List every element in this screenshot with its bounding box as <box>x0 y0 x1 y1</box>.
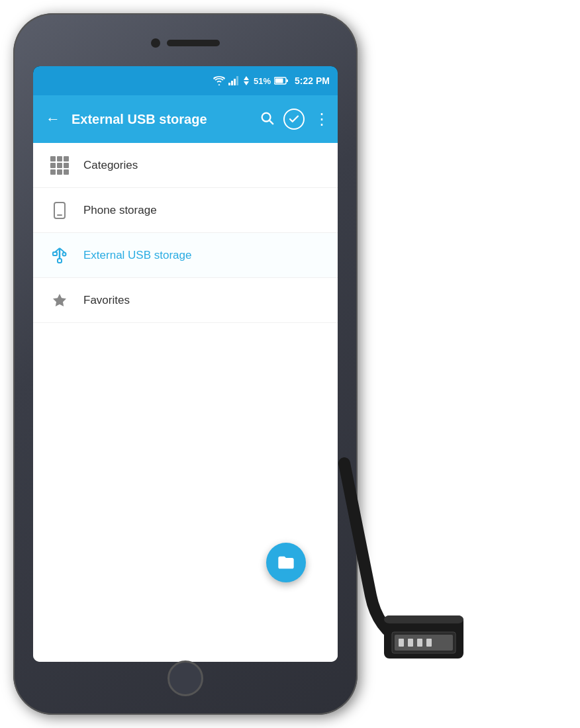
nav-item-phone-storage[interactable]: Phone storage <box>33 188 338 233</box>
svg-marker-19 <box>53 294 66 306</box>
phone-shell: 51% 5:22 PM ← External USB storage <box>13 13 358 715</box>
signal-icon <box>228 76 239 85</box>
svg-rect-8 <box>287 79 289 82</box>
battery-percent: 51% <box>254 76 271 86</box>
svg-rect-3 <box>236 76 238 85</box>
fab-new-folder[interactable] <box>266 543 306 582</box>
usb-svg <box>52 247 67 264</box>
phone-top <box>151 38 220 48</box>
phone-camera <box>151 38 160 48</box>
app-bar: ← External USB storage ⋮ <box>33 95 338 143</box>
check-button[interactable] <box>283 109 305 130</box>
status-icons: 51% 5:22 PM <box>213 75 330 86</box>
svg-rect-26 <box>417 639 422 647</box>
back-button[interactable]: ← <box>41 111 65 128</box>
svg-line-10 <box>269 120 273 124</box>
svg-rect-16 <box>53 252 57 255</box>
categories-label: Categories <box>83 159 138 172</box>
star-svg <box>52 293 68 308</box>
home-button[interactable] <box>168 660 203 696</box>
svg-point-17 <box>63 252 66 255</box>
svg-rect-24 <box>399 639 404 647</box>
app-title: External USB storage <box>72 111 253 127</box>
nav-item-favorites[interactable]: Favorites <box>33 278 338 323</box>
favorites-label: Favorites <box>83 294 130 307</box>
wifi-icon <box>213 76 225 85</box>
svg-rect-1 <box>231 81 233 85</box>
favorites-icon <box>46 293 73 308</box>
data-icon <box>242 76 250 85</box>
phone-storage-icon <box>46 202 73 219</box>
svg-rect-11 <box>54 203 65 218</box>
svg-rect-25 <box>408 639 413 647</box>
phone-speaker <box>167 40 220 46</box>
search-button[interactable] <box>260 111 274 128</box>
more-button[interactable]: ⋮ <box>314 110 330 128</box>
content-empty <box>33 323 338 662</box>
usb-cable <box>318 430 516 662</box>
svg-rect-27 <box>426 639 432 647</box>
svg-marker-5 <box>244 81 249 85</box>
status-bar: 51% 5:22 PM <box>33 66 338 95</box>
svg-rect-7 <box>275 79 283 83</box>
categories-icon <box>46 156 73 175</box>
phone-screen: 51% 5:22 PM ← External USB storage <box>33 66 338 662</box>
nav-item-categories[interactable]: Categories <box>33 143 338 188</box>
external-usb-label: External USB storage <box>83 249 191 262</box>
svg-marker-4 <box>244 76 249 80</box>
app-bar-actions: ⋮ <box>260 109 330 130</box>
svg-rect-0 <box>228 83 230 85</box>
svg-rect-28 <box>384 615 463 623</box>
battery-icon <box>274 77 289 85</box>
svg-rect-18 <box>58 259 62 263</box>
svg-rect-2 <box>234 79 236 85</box>
new-folder-icon <box>277 553 295 572</box>
content-area: Categories Phone storage <box>33 143 338 662</box>
phone-storage-label: Phone storage <box>83 204 157 217</box>
nav-item-external-usb[interactable]: External USB storage <box>33 233 338 278</box>
status-time: 5:22 PM <box>295 75 330 86</box>
usb-icon <box>46 247 73 264</box>
